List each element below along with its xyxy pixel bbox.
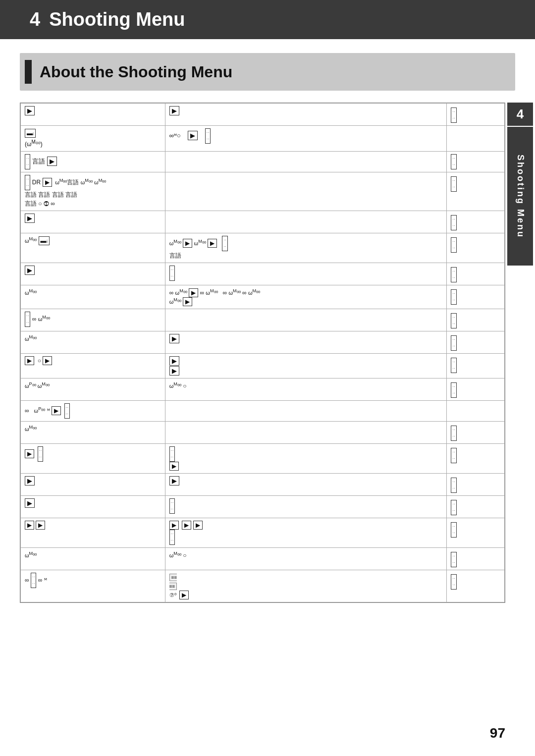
cell-icon: ▶ [169,106,179,115]
cell-icon: ▶ [25,106,35,115]
table-row: ▶ ···· ···· [21,496,505,518]
table-row: ▶ ···· ···· ▶ ···· [21,444,505,474]
cell-content: ▬ᵢ (ωM⁰⁰) [25,129,43,148]
right-tab-area: 4 Shooting Menu [505,103,535,603]
tab-number: 4 [507,103,533,126]
table-row: ···· DR ▶ ωM⁰⁰言語 ωM⁰⁰ ωM⁰⁰ 言語 言語 言語 言語 言… [21,172,505,211]
table-row: ωM⁰⁰ ···· [21,422,505,444]
table-row: ▬ᵢ (ωM⁰⁰) ∞ᴹ○ ▶ ···· [21,126,505,152]
table-row: ωM⁰⁰ ∞ ωM⁰⁰ ▶ ∞ ωM⁰⁰ ∞ ωM⁰⁰ ∞ ωM⁰⁰ ωM⁰⁰ … [21,285,505,309]
table-row: ωM⁰⁰ ▶ ···· [21,331,505,354]
table-row: ▶ ▶ ···· [21,104,505,126]
table-row: ···· 言語 ▶ ···· [21,152,505,172]
section-heading-bar [25,60,32,84]
table-row: ωM⁰⁰ ▬ᵢ ωM⁰⁰ ▶ ωM⁰⁰ ▶ ···· 言語 ···· [21,233,505,263]
table-row: ▶ ○ ▶ ▶ ▶ ···· [21,354,505,378]
header-title: Shooting Menu [49,9,185,30]
cell-content: ···· 言語 ▶ [25,158,57,165]
table-row: ωM⁰⁰ ωM⁰⁰ ○ ···· [21,548,505,570]
table-row: ▶ ···· [21,211,505,233]
table-row: ∞ ωP⁰⁰ ᴹ ▶ ···· [21,401,505,422]
table-row: ∞ ···· ∞ ᴹ ≡≡≡≡ ⑦⁰ ▶ ···· [21,570,505,602]
chapter-number: 4 [30,9,40,30]
section-heading-text: About the Shooting Menu [40,63,232,81]
table-row: ▶ ▶ ▶ ▶ ▶ ···· ···· [21,518,505,548]
table-row: ···· ∞ ωM⁰⁰ ···· [21,309,505,331]
tab-label: Shooting Menu [507,127,533,266]
table-row: ▶ ···· ···· [21,263,505,285]
header-bar: 4 Shooting Menu [0,0,535,39]
cell-icon-grid: ···· [451,108,456,123]
content-table: ▶ ▶ ···· ▬ᵢ [20,103,505,603]
table-row: ωP⁰⁰ ωM⁰⁰ ωM⁰⁰ ○ ···· [21,378,505,401]
cell-content: ∞ᴹ○ ▶ ···· [169,132,211,139]
section-heading: About the Shooting Menu [20,53,515,91]
table-row: ▶ ▶ ···· [21,474,505,496]
page-number: 97 [490,725,505,741]
